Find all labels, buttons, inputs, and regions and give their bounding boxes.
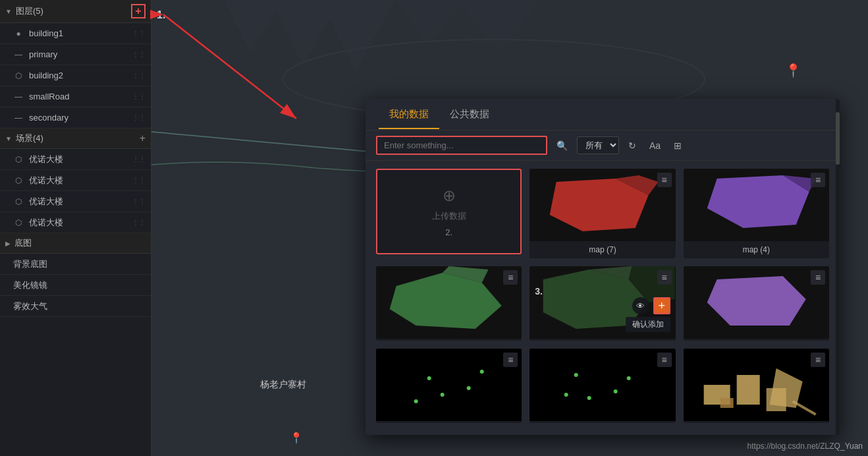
svg-point-10 [574,373,578,377]
sidebar-item-building2[interactable]: ⬡ building2 ⋮⋮ [0,65,151,86]
add-layer-button[interactable]: + [131,4,146,18]
svg-line-2 [151,132,369,152]
search-input[interactable] [376,136,547,155]
sidebar-item-scene4[interactable]: ⬡ 优诺大楼 ⋮⋮ [0,212,151,233]
upload-icon: ⊕ [443,186,456,205]
scenes-section-header[interactable]: ▼ 场景(4) + [0,128,151,149]
layers-section: ▼ 图层(5) + ● building1 ⋮⋮ — primary ⋮⋮ ⬡ … [0,0,151,128]
thumbnail-map7: ≡ [529,169,675,241]
modal-content: ⊕ 上传数据 2. ≡ map (7) ≡ [366,161,840,431]
step1-label: 1. [157,9,165,21]
card-map7[interactable]: ≡ map (7) [529,169,675,258]
layer-name-primary: primary [29,49,57,59]
svg-point-12 [587,396,591,400]
add-confirm-button[interactable]: + [653,297,670,314]
refresh-button[interactable]: ↻ [624,138,640,154]
svg-point-5 [427,376,431,380]
scene-icon-4: ⬡ [13,218,24,227]
step2-label: 2. [445,227,452,237]
card-label-map3: map (3) [376,339,522,341]
card-facilities1[interactable]: ≡ facilities1 [529,349,675,423]
thumbnail-people: ≡ [376,349,522,421]
scene-icon-3: ⬡ [13,197,24,206]
scene-icon-1: ⬡ [13,155,24,164]
card-label-people: people [376,421,522,423]
sidebar-item-primary[interactable]: — primary ⋮⋮ [0,44,151,65]
modal-toolbar: 🔍 所有 ↻ Aa ⊞ [366,130,840,161]
scenes-section: ▼ 场景(4) + ⬡ 优诺大楼 ⋮⋮ ⬡ 优诺大楼 ⋮⋮ ⬡ 优诺大楼 ⋮⋮ … [0,128,151,233]
tab-public-data[interactable]: 公共数据 [439,100,500,128]
scenes-title: 场景(4) [16,132,43,144]
svg-point-11 [614,389,618,393]
scene-icon-2: ⬡ [13,176,24,185]
sidebar-item-scene3[interactable]: ⬡ 优诺大楼 ⋮⋮ [0,191,151,212]
confirm-tooltip: 确认添加 [626,317,670,332]
card-menu-btn-building2-bottom[interactable]: ≡ [811,353,825,367]
card-label-pianqu1: pianqu1 [529,339,675,341]
card-menu-btn-facilities1[interactable]: ≡ [657,353,672,367]
upload-card[interactable]: ⊕ 上传数据 2. [376,169,522,254]
view-toggle-button[interactable]: ⊞ [670,138,686,154]
svg-point-7 [441,393,445,397]
scrollbar-thumb[interactable] [836,112,840,165]
card-label-map4: map (4) [684,241,829,258]
sidebar-item-secondary[interactable]: — secondary ⋮⋮ [0,107,151,128]
layers-collapse-icon: ▼ [5,8,12,15]
filter-select[interactable]: 所有 [577,136,619,154]
card-pianqu[interactable]: ≡ PianQu [684,266,829,341]
drag-handle-4-icon: ⋮⋮ [132,93,146,100]
card-menu-btn-map4[interactable]: ≡ [811,173,825,187]
basemap-title: 底图 [14,237,32,249]
card-menu-btn-pianqu[interactable]: ≡ [811,270,825,285]
layers-title: 图层(5) [16,5,43,17]
card-pianqu1[interactable]: ≡ 👁 + 确认添加 pianqu1 3. [529,266,675,341]
card-people[interactable]: ≡ people [376,349,522,423]
upload-text: 上传数据 [432,210,466,222]
map-place-label: 杨老户寨村 [260,379,306,391]
eye-button[interactable]: 👁 [632,297,649,314]
search-icon: 🔍 [556,140,568,151]
drag-handle-icon: ⋮⋮ [132,30,146,37]
card-label-building2-bottom: building2 [684,421,829,423]
sidebar-item-beautify[interactable]: 美化镜镜 [0,275,151,296]
scene-name-3: 优诺大楼 [29,196,63,208]
tab-my-data[interactable]: 我的数据 [379,100,439,128]
add-scene-button[interactable]: + [140,132,146,144]
sidebar-item-scene1[interactable]: ⬡ 优诺大楼 ⋮⋮ [0,149,151,170]
card-building2-bottom[interactable]: ≡ building2 [684,349,829,423]
sidebar-item-smallroad[interactable]: — smallRoad ⋮⋮ [0,86,151,107]
card-menu-btn-map3[interactable]: ≡ [503,270,518,285]
sidebar-item-fog[interactable]: 雾效大气 [0,296,151,317]
sidebar-item-bg-map[interactable]: 背景底图 [0,254,151,275]
font-size-button[interactable]: Aa [645,138,665,154]
layers-section-header[interactable]: ▼ 图层(5) + [0,0,151,23]
scene-handle-2: ⋮⋮ [132,177,146,184]
card-map4[interactable]: ≡ map (4) [684,169,829,258]
basemap-section-header[interactable]: ▶ 底图 [0,233,151,254]
card-menu-btn-people[interactable]: ≡ [503,353,518,367]
card-label-map7: map (7) [529,241,675,258]
basemap-item-fog: 雾效大气 [13,300,47,312]
card-menu-btn-pianqu1[interactable]: ≡ [657,270,672,285]
card-map3[interactable]: ≡ map (3) [376,266,522,341]
scene-name-1: 优诺大楼 [29,154,63,165]
sidebar-item-scene2[interactable]: ⬡ 优诺大楼 ⋮⋮ [0,170,151,191]
modal-tabs: 我的数据 公共数据 [366,99,840,130]
scrollbar-track [836,99,840,435]
basemap-item-beautify: 美化镜镜 [13,279,47,291]
thumbnail-building2: ≡ [684,349,829,421]
layer-name-secondary: secondary [29,113,68,123]
card-label-facilities1: facilities1 [529,421,675,423]
card-menu-btn-map7[interactable]: ≡ [657,173,672,187]
step3-label: 3. [535,286,543,297]
data-modal: 我的数据 公共数据 🔍 所有 ↻ Aa ⊞ ⊕ 上传数据 2. [366,99,840,435]
sidebar-item-building1[interactable]: ● building1 ⋮⋮ [0,23,151,44]
search-button[interactable]: 🔍 [553,138,572,154]
layer-name-smallroad: smallRoad [29,92,69,101]
svg-point-14 [564,393,568,397]
scene-name-4: 优诺大楼 [29,217,63,229]
svg-rect-19 [720,398,733,408]
svg-point-13 [627,376,631,380]
scenes-collapse-icon: ▼ [5,135,12,142]
svg-rect-16 [736,375,759,405]
